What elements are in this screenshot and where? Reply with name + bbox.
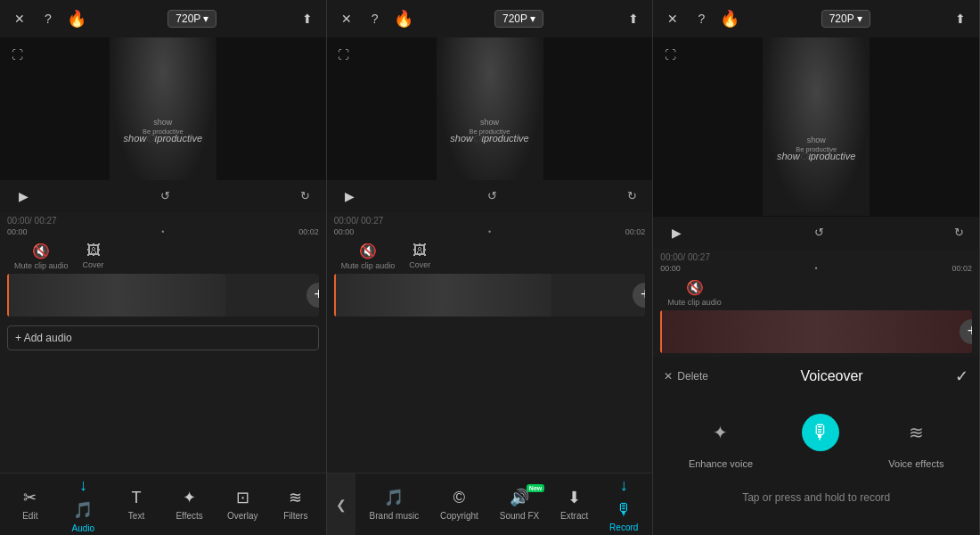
- resolution-button-2[interactable]: 720P ▾: [494, 10, 543, 28]
- toolbar-effects[interactable]: ✦ Effects: [172, 488, 208, 521]
- play-button-1[interactable]: ▶: [11, 184, 36, 209]
- expand-button-1[interactable]: ⛶: [7, 45, 27, 64]
- flame-icon-2: 🔥: [393, 8, 414, 29]
- voiceover-delete-button[interactable]: ✕ Delete: [664, 370, 708, 383]
- toolbar-text[interactable]: T Text: [118, 489, 154, 521]
- voice-effects-icon: ≋: [897, 414, 935, 451]
- preview-2: ⛶ showBe productive: [327, 37, 653, 180]
- playhead-2: [334, 274, 336, 317]
- effects-icon: ✦: [183, 488, 196, 507]
- flame-icon-1: 🔥: [66, 8, 87, 29]
- track-labels-1: 🔇 Mute clip audio 🖼 Cover: [7, 239, 319, 274]
- copyright-icon: ©: [453, 489, 465, 507]
- upload-button-3[interactable]: ⬆: [951, 9, 970, 29]
- track-labels-3: 🔇 Mute clip audio: [660, 276, 972, 310]
- bottom-toolbar-2: ❮ 🎵 Brand music © Copyright New 🔊 Sound …: [327, 473, 653, 535]
- undo-button-3[interactable]: ↺: [809, 223, 829, 243]
- toolbar-filters[interactable]: ≋ Filters: [278, 488, 314, 521]
- track-thumb-2: [334, 274, 552, 317]
- mute-icon-2: 🔇: [359, 243, 377, 259]
- redo-button-2[interactable]: ↻: [622, 186, 641, 206]
- resolution-button-1[interactable]: 720P ▾: [167, 10, 216, 28]
- play-button-3[interactable]: ▶: [664, 220, 689, 245]
- track-thumb-3: [660, 310, 972, 353]
- panel-audio: ✕ ? 🔥 720P ▾ ⬆ ⛶ showBe productive ▶ ↺ ↻…: [327, 0, 654, 535]
- toolbar-effects-label: Effects: [176, 511, 202, 521]
- toolbar-record[interactable]: ↓ 🎙 Record: [609, 476, 638, 532]
- toolbar-brand-music[interactable]: 🎵 Brand music: [370, 488, 420, 521]
- controls-bar-1: ▶ ↺ ↻: [0, 180, 326, 212]
- close-button-1[interactable]: ✕: [9, 8, 30, 29]
- delete-x-icon: ✕: [664, 370, 673, 383]
- timeline-track-2: +: [334, 274, 646, 317]
- playhead-1: [7, 274, 9, 317]
- toolbar-overlay[interactable]: ⊡ Overlay: [225, 488, 260, 521]
- voiceover-hint: Tap or press and hold to record: [653, 478, 979, 536]
- expand-button-3[interactable]: ⛶: [660, 45, 680, 64]
- audio-section-2: [327, 320, 653, 473]
- toolbar-extract[interactable]: ⬇ Extract: [560, 488, 588, 521]
- play-button-2[interactable]: ▶: [338, 184, 363, 209]
- help-button-1[interactable]: ?: [37, 8, 59, 29]
- extract-label: Extract: [560, 511, 588, 521]
- close-button-3[interactable]: ✕: [662, 8, 683, 29]
- upload-button-1[interactable]: ⬆: [298, 9, 317, 29]
- enhance-voice-button[interactable]: ✦ Enhance voice: [689, 414, 753, 469]
- record-icon: 🎙: [616, 500, 632, 519]
- mute-clip-label-2[interactable]: 🔇 Mute clip audio: [341, 243, 396, 270]
- help-button-3[interactable]: ?: [690, 8, 712, 29]
- preview-3: ⛶ showBe productive: [653, 37, 979, 217]
- timeline-track-3: +: [660, 310, 972, 353]
- upload-button-2[interactable]: ⬆: [624, 9, 643, 29]
- toolbar-copyright[interactable]: © Copyright: [440, 489, 478, 521]
- preview-1: ⛶ showBe productive: [0, 37, 326, 180]
- add-audio-button-1[interactable]: + Add audio: [7, 325, 319, 350]
- close-button-2[interactable]: ✕: [336, 8, 357, 29]
- toolbar-audio[interactable]: ↓ 🎵 Audio: [65, 476, 101, 533]
- undo-button-2[interactable]: ↺: [483, 186, 502, 206]
- help-button-2[interactable]: ?: [364, 8, 386, 29]
- timeline-times-2: 00:00 • 00:02: [334, 227, 646, 236]
- undo-button-1[interactable]: ↺: [156, 186, 176, 206]
- cover-icon-2: 🖼: [412, 243, 427, 259]
- redo-button-3[interactable]: ↻: [949, 223, 968, 243]
- add-clip-button-2[interactable]: +: [633, 283, 645, 308]
- redo-button-1[interactable]: ↻: [296, 186, 315, 206]
- toolbar-edit-label: Edit: [22, 511, 37, 521]
- toolbar-sound-fx[interactable]: New 🔊 Sound FX: [500, 488, 539, 521]
- mute-icon-3: 🔇: [686, 279, 704, 296]
- voice-effects-button[interactable]: ≋ Voice effects: [888, 414, 943, 469]
- voice-effects-label: Voice effects: [888, 458, 943, 469]
- toolbar-audio-label: Audio: [72, 523, 95, 533]
- cover-icon-1: 🖼: [86, 243, 101, 259]
- toolbar-edit[interactable]: ✂ Edit: [12, 488, 48, 521]
- voiceover-confirm-button[interactable]: ✓: [955, 366, 968, 386]
- mute-text-3: Mute clip audio: [667, 298, 722, 307]
- record-button[interactable]: 🎙: [802, 414, 839, 451]
- toolbar-text-label: Text: [128, 511, 144, 521]
- mute-clip-label-1[interactable]: 🔇 Mute clip audio: [14, 243, 69, 270]
- track-thumb-1: [7, 274, 225, 317]
- mute-text-2: Mute clip audio: [341, 261, 396, 270]
- cover-label-2[interactable]: 🖼 Cover: [409, 243, 430, 270]
- extract-icon: ⬇: [568, 488, 581, 507]
- record-label: Record: [609, 523, 638, 532]
- toolbar-overlay-label: Overlay: [227, 511, 257, 521]
- cover-label-1[interactable]: 🖼 Cover: [83, 243, 104, 270]
- flame-icon-3: 🔥: [719, 8, 740, 29]
- resolution-button-3[interactable]: 720P ▾: [821, 10, 870, 28]
- sound-fx-label: Sound FX: [500, 511, 539, 521]
- voiceover-section: ✕ Delete Voiceover ✓ ✦ Enhance voice 🎙 ≋…: [653, 357, 979, 536]
- topbar-1: ✕ ? 🔥 720P ▾ ⬆: [0, 0, 326, 37]
- toolbar-items-scroll: 🎵 Brand music © Copyright New 🔊 Sound FX…: [355, 473, 653, 535]
- timestamp-3: 00:00/ 00:27: [660, 252, 972, 262]
- expand-button-2[interactable]: ⛶: [334, 45, 354, 64]
- mute-clip-label-3[interactable]: 🔇 Mute clip audio: [667, 279, 722, 307]
- scroll-left-button[interactable]: ❮: [327, 473, 355, 535]
- overlay-icon: ⊡: [236, 488, 249, 507]
- preview-image-1: showBe productive: [110, 37, 216, 180]
- timestamp-2: 00:00/ 00:27: [334, 216, 646, 226]
- enhance-voice-icon: ✦: [702, 414, 739, 451]
- add-clip-button-1[interactable]: +: [306, 283, 319, 308]
- voiceover-controls: ✦ Enhance voice 🎙 ≋ Voice effects: [653, 396, 979, 478]
